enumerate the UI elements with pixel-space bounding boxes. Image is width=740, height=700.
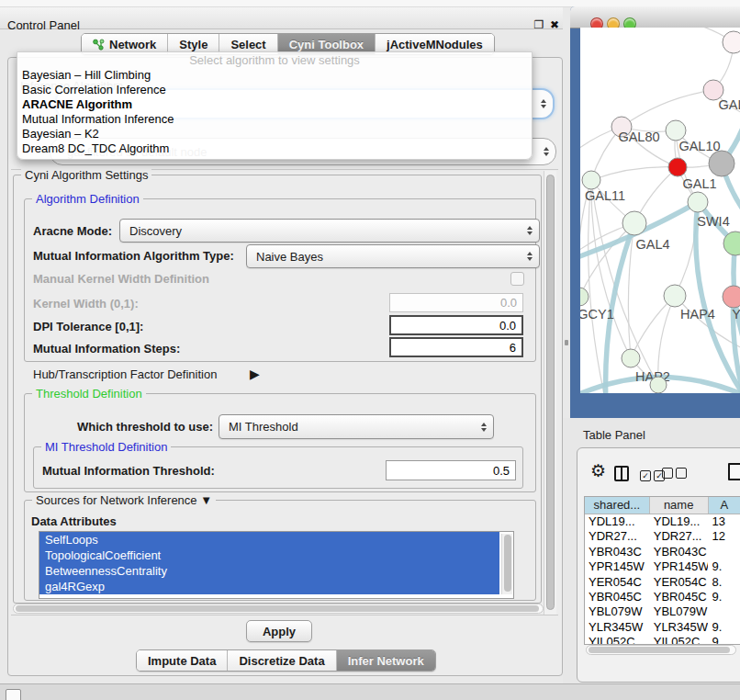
network-node-gal10[interactable]	[666, 120, 686, 141]
table-cell: 9.	[708, 559, 740, 574]
table-cell	[708, 545, 740, 559]
network-node-hap2[interactable]	[622, 349, 640, 367]
page-icon[interactable]	[728, 463, 740, 480]
close-panel-icon[interactable]: ✖	[548, 18, 561, 31]
column-header[interactable]: name	[650, 497, 709, 514]
algorithm-option[interactable]: Bayesian – K2	[17, 127, 532, 141]
mi-threshold-label: Mutual Information Threshold:	[42, 464, 215, 478]
algorithm-option[interactable]: Basic Correlation Inference	[17, 83, 532, 97]
attribute-item[interactable]: SelfLoops	[39, 532, 499, 548]
network-node[interactable]	[723, 31, 740, 53]
network-icon	[93, 39, 105, 51]
network-node[interactable]	[650, 377, 667, 393]
tab-impute-data[interactable]: Impute Data	[137, 650, 228, 671]
which-threshold-value: MI Threshold	[229, 420, 298, 434]
listbox-scrollbar[interactable]	[501, 534, 512, 594]
table-row[interactable]: YLR345WYLR345W9.	[585, 620, 740, 635]
network-node-gal4[interactable]	[622, 211, 646, 235]
which-threshold-combo[interactable]: MI Threshold	[219, 414, 494, 439]
algorithm-option[interactable]: ARACNE Algorithm	[17, 97, 532, 112]
network-node-gcy1[interactable]	[580, 288, 589, 306]
table-row[interactable]: YBR043CYBR043C	[585, 545, 740, 559]
node-label: SWI4	[697, 214, 729, 229]
attribute-item[interactable]: BetweennessCentrality	[39, 563, 499, 579]
network-node-gal11[interactable]	[582, 171, 600, 189]
algorithm-option[interactable]: Bayesian – Hill Climbing	[17, 68, 532, 83]
settings-vertical-scrollbar[interactable]	[544, 171, 556, 615]
network-edge[interactable]	[589, 180, 606, 393]
settings-horizontal-scrollbar[interactable]	[13, 604, 544, 614]
mi-type-combo[interactable]: Naive Bayes	[246, 244, 540, 268]
table-row[interactable]: YIL052CYIL052C9	[585, 635, 740, 645]
node-label: Y	[732, 307, 740, 322]
kernel-width-label: Kernel Width (0,1):	[33, 297, 139, 310]
tab-label: jActiveMNodules	[387, 38, 483, 51]
network-edge[interactable]	[622, 90, 713, 127]
mi-threshold-input[interactable]	[386, 460, 516, 480]
attribute-item[interactable]: gal4RGexp	[39, 579, 499, 594]
combo-stepper-icon	[527, 252, 533, 261]
node-label: HAP4	[680, 307, 715, 322]
network-edge[interactable]	[591, 167, 678, 180]
network-node-swi4[interactable]	[688, 192, 708, 212]
settings-horizontal-scrollbar-thumb[interactable]	[16, 605, 539, 612]
deselect-all-icon[interactable]	[662, 468, 690, 481]
column-header[interactable]: shared...	[585, 497, 650, 514]
tab-label: Infer Network	[348, 654, 424, 668]
collapse-arrow-icon[interactable]: ▼	[200, 493, 212, 507]
node-table: shared...nameA YDL19...YDL19...13YDR27..…	[584, 496, 740, 645]
gear-icon[interactable]: ⚙	[590, 460, 606, 480]
combo-stepper-icon	[481, 423, 487, 432]
tab-discretize-data[interactable]: Discretize Data	[228, 650, 336, 671]
algorithm-dropdown-list: Select algorithm to view settings Bayesi…	[17, 51, 533, 160]
dpi-tolerance-input[interactable]	[389, 315, 523, 335]
mi-type-label: Mutual Information Algorithm Type:	[33, 249, 234, 263]
table-cell: YIL052C	[650, 635, 709, 645]
columns-icon[interactable]	[614, 466, 629, 481]
table-row[interactable]: YPR145WYPR145W9.	[585, 559, 740, 574]
table-cell: 8.	[708, 575, 740, 590]
network-canvas[interactable]: GALGAL80GAL10GAL1GAL11SWI4GAL4GCY1HAP4YH…	[580, 28, 740, 393]
table-horizontal-scrollbar[interactable]	[586, 645, 736, 655]
attribute-item[interactable]: TopologicalCoefficient	[39, 548, 499, 563]
float-window-icon[interactable]: ❐	[533, 18, 545, 31]
control-panel-titlebar: Control Panel ❐ ✖	[0, 7, 563, 29]
network-node[interactable]	[709, 151, 734, 176]
tab-infer-network[interactable]: Infer Network	[337, 650, 435, 671]
minimized-panel-icon[interactable]	[6, 689, 21, 700]
data-attributes-label: Data Attributes	[31, 514, 117, 528]
network-node-hap4[interactable]	[664, 285, 686, 307]
apply-button[interactable]: Apply	[246, 620, 312, 642]
kernel-width-input[interactable]	[389, 293, 523, 312]
table-row[interactable]: YDR27...YDR27...12	[585, 529, 740, 544]
combo-stepper-icon	[527, 226, 533, 235]
table-row[interactable]: YBL079WYBL079W	[585, 604, 740, 619]
splitter-handle[interactable]	[565, 340, 568, 345]
tab-label: Impute Data	[148, 654, 216, 668]
table-horizontal-scrollbar-thumb[interactable]	[589, 647, 730, 653]
network-node-gal1[interactable]	[668, 158, 687, 176]
aracne-mode-combo[interactable]: Discovery	[119, 219, 540, 243]
table-cell: YDL19...	[585, 514, 650, 529]
column-header[interactable]: A	[709, 497, 740, 514]
table-cell: 9	[708, 635, 740, 645]
table-row[interactable]: YDL19...YDL19...13	[585, 514, 740, 529]
table-row[interactable]: YBR045CYBR045C9.	[585, 590, 740, 604]
expand-arrow-icon[interactable]: ▶	[250, 367, 260, 381]
table-cell: YPR145W	[585, 559, 650, 574]
network-window-titlebar[interactable]	[570, 6, 740, 28]
mi-steps-input[interactable]	[389, 337, 523, 357]
network-node-y[interactable]	[723, 286, 740, 308]
algorithm-option[interactable]: Dream8 DC_TDC Algorithm	[17, 141, 532, 156]
manual-kernel-checkbox[interactable]	[510, 272, 524, 286]
mi-steps-label: Mutual Information Steps:	[33, 342, 180, 356]
listbox-scrollbar-thumb[interactable]	[504, 535, 511, 592]
table-cell: YDL19...	[650, 514, 709, 529]
tab-label: Network	[109, 38, 156, 51]
table-cell: 9.	[708, 620, 740, 635]
settings-vertical-scrollbar-thumb[interactable]	[546, 175, 555, 610]
algorithm-option[interactable]: Mutual Information Inference	[17, 112, 532, 127]
cyni-algorithm-settings-title: Cyni Algorithm Settings	[21, 168, 151, 182]
table-row[interactable]: YER054CYER054C8.	[585, 575, 740, 590]
aracne-mode-label: Aracne Mode:	[33, 224, 112, 238]
